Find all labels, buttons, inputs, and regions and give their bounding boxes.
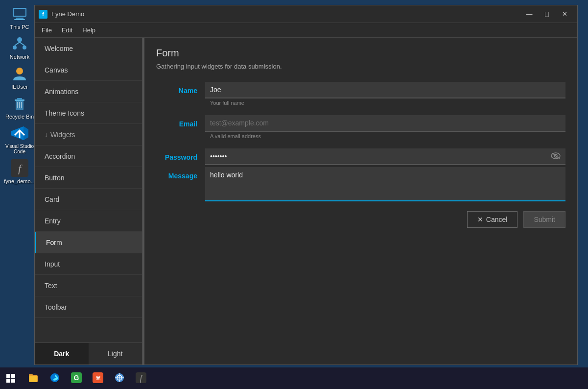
svg-rect-29 — [11, 379, 15, 383]
form-row-message: Message hello world — [156, 167, 565, 203]
taskbar-icon-fyne[interactable]: f — [131, 367, 151, 389]
start-button[interactable] — [0, 367, 22, 389]
fyne-demo-label: fyne_demo... — [4, 178, 35, 184]
sidebar-item-form[interactable]: Form — [35, 232, 142, 253]
svg-point-4 — [17, 37, 22, 42]
sidebar-item-welcome[interactable]: Welcome — [35, 38, 142, 59]
taskbar-icon-github[interactable]: G — [67, 367, 86, 389]
network-label: Network — [10, 54, 29, 60]
sidebar-item-text[interactable]: Text — [35, 275, 142, 296]
cancel-button[interactable]: ✕ Cancel — [467, 211, 518, 228]
sidebar-label-animations: Animations — [45, 88, 78, 96]
label-email: Email — [156, 115, 205, 128]
recycle-bin-label: Recycle Bin — [5, 114, 34, 120]
svg-rect-12 — [17, 98, 22, 100]
field-wrap-email: A valid email address — [205, 115, 565, 146]
sidebar-label-toolbar: Toolbar — [45, 303, 67, 311]
svg-rect-32 — [29, 376, 37, 382]
vs-code-label: Visual Studio Code — [4, 144, 35, 154]
form-row-name: Name Your full name — [156, 82, 565, 113]
form-row-password: Password — [156, 148, 565, 165]
minimize-button[interactable]: — — [520, 5, 538, 23]
sidebar-label-text: Text — [45, 282, 57, 290]
menu-bar: File Edit Help — [35, 23, 577, 38]
input-name[interactable] — [205, 82, 565, 98]
svg-line-7 — [15, 42, 20, 46]
sidebar-label-button: Button — [45, 174, 64, 182]
app-window: f Fyne Demo — ⎕ ✕ File Edit Help Welcome — [34, 5, 578, 365]
main-content: Form Gathering input widgets for data su… — [144, 38, 577, 365]
this-pc-icon — [11, 5, 28, 23]
sidebar-label-card: Card — [45, 195, 59, 203]
cancel-label: Cancel — [486, 216, 508, 223]
input-message[interactable]: hello world — [205, 167, 565, 201]
app-body: Welcome Canvas Animations Theme Icons ↓ … — [35, 38, 577, 365]
input-password[interactable] — [205, 148, 565, 165]
taskbar: G ⌘ — [0, 367, 588, 389]
desktop-icon-recycle-bin[interactable]: Recycle Bin — [4, 95, 35, 120]
password-visibility-toggle-icon[interactable] — [551, 152, 561, 162]
sidebar-item-accordion[interactable]: Accordion — [35, 146, 142, 167]
form-title: Form — [156, 48, 565, 59]
ie-user-icon — [11, 65, 28, 82]
sidebar-item-canvas[interactable]: Canvas — [35, 59, 142, 81]
taskbar-icon-browser2[interactable] — [110, 367, 129, 389]
sidebar-item-toolbar[interactable]: Toolbar — [35, 296, 142, 318]
label-message: Message — [156, 167, 205, 180]
sidebar-label-entry: Entry — [45, 217, 61, 225]
desktop-icon-network[interactable]: Network — [4, 35, 35, 60]
theme-dark-button[interactable]: Dark — [35, 343, 89, 365]
ie-user-label: IEUser — [11, 84, 28, 90]
svg-rect-3 — [14, 9, 25, 16]
svg-point-5 — [13, 46, 17, 49]
sidebar-item-input[interactable]: Input — [35, 253, 142, 275]
svg-point-9 — [16, 68, 23, 74]
menu-edit[interactable]: Edit — [57, 24, 77, 36]
form-subtitle: Gathering input widgets for data submiss… — [156, 63, 565, 70]
close-button[interactable]: ✕ — [556, 5, 573, 23]
svg-rect-1 — [16, 18, 24, 19]
sidebar-label-canvas: Canvas — [45, 66, 68, 74]
menu-file[interactable]: File — [37, 24, 57, 36]
desktop-icon-fyne-demo[interactable]: f fyne_demo... — [4, 159, 35, 184]
svg-line-8 — [20, 42, 24, 46]
sidebar-label-accordion: Accordion — [45, 152, 75, 160]
title-bar: f Fyne Demo — ⎕ ✕ — [35, 5, 577, 23]
label-name: Name — [156, 82, 205, 95]
theme-light-button[interactable]: Light — [89, 343, 142, 365]
hint-email: A valid email address — [205, 132, 565, 141]
hint-name: Your full name — [205, 98, 565, 107]
taskbar-icon-terminal[interactable]: ⌘ — [88, 367, 108, 389]
cancel-x-icon: ✕ — [477, 216, 483, 223]
form-actions: ✕ Cancel Submit — [156, 211, 565, 228]
desktop-icon-this-pc[interactable]: This PC — [4, 5, 35, 30]
sidebar-label-welcome: Welcome — [45, 45, 73, 52]
svg-marker-17 — [24, 126, 28, 140]
window-title: Fyne Demo — [51, 10, 520, 18]
taskbar-icon-file-explorer[interactable] — [24, 367, 43, 389]
svg-text:⌘: ⌘ — [95, 375, 101, 381]
desktop-icon-vs-code[interactable]: Visual Studio Code — [4, 124, 35, 154]
sidebar-item-animations[interactable]: Animations — [35, 81, 142, 102]
sidebar-section-widgets[interactable]: ↓ Widgets — [35, 124, 142, 146]
svg-rect-26 — [6, 374, 10, 378]
sidebar-item-entry[interactable]: Entry — [35, 210, 142, 232]
field-wrap-name: Your full name — [205, 82, 565, 113]
menu-help[interactable]: Help — [77, 24, 100, 36]
submit-button[interactable]: Submit — [523, 211, 565, 228]
maximize-button[interactable]: ⎕ — [538, 5, 556, 23]
sidebar-item-card[interactable]: Card — [35, 189, 142, 210]
field-wrap-message: hello world — [205, 167, 565, 203]
label-password: Password — [156, 148, 205, 161]
sidebar-item-theme-icons[interactable]: Theme Icons — [35, 102, 142, 124]
app-icon: f — [39, 10, 47, 19]
desktop-icon-ie-user[interactable]: IEUser — [4, 65, 35, 90]
sidebar-item-button[interactable]: Button — [35, 167, 142, 189]
sidebar: Welcome Canvas Animations Theme Icons ↓ … — [35, 38, 142, 365]
sidebar-label-theme-icons: Theme Icons — [45, 109, 84, 117]
svg-rect-2 — [14, 19, 25, 20]
taskbar-icon-edge[interactable] — [45, 367, 65, 389]
theme-switcher: Dark Light — [35, 342, 142, 365]
input-email[interactable] — [205, 115, 565, 132]
desktop: This PC Network — [0, 0, 588, 389]
